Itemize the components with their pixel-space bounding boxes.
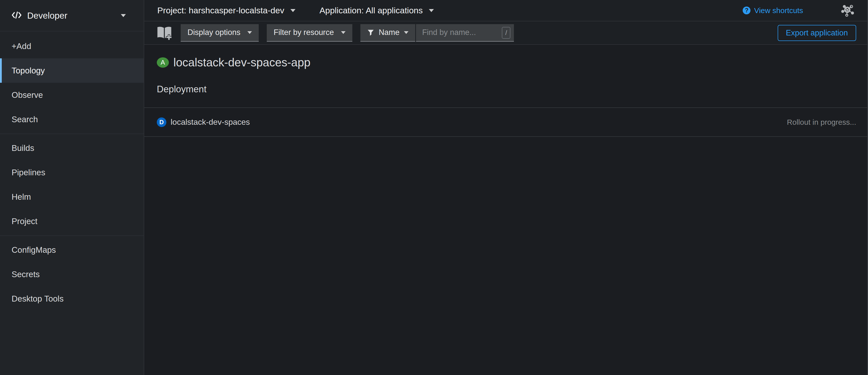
- topology-list-view: A localstack-dev-spaces-app Deployment D…: [144, 45, 867, 375]
- perspective-switcher[interactable]: Developer: [0, 0, 144, 31]
- name-filter-group: Name /: [361, 24, 514, 42]
- project-selector[interactable]: Project: harshcasper-localsta-dev: [157, 5, 296, 15]
- sidebar-item-observe[interactable]: Observe: [0, 83, 144, 107]
- sidebar: Developer +Add Topology Observe Search B…: [0, 0, 144, 375]
- deployment-badge: D: [157, 117, 166, 127]
- resource-status: Rollout in progress...: [787, 118, 856, 127]
- code-icon: [11, 11, 22, 20]
- sidebar-item-topology[interactable]: Topology: [0, 58, 144, 83]
- main-area: Project: harshcasper-localsta-dev Applic…: [144, 0, 867, 375]
- sidebar-item-label: Project: [11, 216, 37, 226]
- find-by-name-wrap: /: [416, 24, 514, 42]
- filter-icon: [367, 29, 374, 36]
- filter-by-resource-label: Filter by resource: [274, 28, 334, 37]
- sidebar-divider: [0, 134, 144, 134]
- perspective-label: Developer: [27, 10, 67, 21]
- caret-down-icon: [404, 31, 408, 34]
- app-window: Developer +Add Topology Observe Search B…: [0, 0, 868, 375]
- sidebar-item-label: Desktop Tools: [11, 294, 64, 304]
- view-shortcuts-label: View shortcuts: [754, 6, 803, 15]
- project-selector-label: Project: harshcasper-localsta-dev: [157, 5, 284, 15]
- slash-shortcut-key: /: [502, 27, 510, 39]
- topology-toolbar: Display options Filter by resource Name: [144, 22, 867, 45]
- export-application-button[interactable]: Export application: [778, 25, 856, 41]
- sidebar-item-helm[interactable]: Helm: [0, 184, 144, 209]
- sidebar-divider: [0, 235, 144, 236]
- masthead: Project: harshcasper-localsta-dev Applic…: [144, 0, 867, 22]
- sidebar-nav: +Add Topology Observe Search Builds Pipe…: [0, 31, 144, 311]
- application-selector-label: Application: All applications: [320, 5, 423, 15]
- question-circle-icon: ?: [743, 6, 750, 14]
- sidebar-item-label: ConfigMaps: [11, 245, 56, 255]
- sidebar-item-pipelines[interactable]: Pipelines: [0, 160, 144, 184]
- sidebar-item-desktop-tools[interactable]: Desktop Tools: [0, 286, 144, 311]
- resource-row-deployment[interactable]: D localstack-dev-spaces Rollout in progr…: [144, 107, 867, 137]
- caret-down-icon: [121, 14, 126, 17]
- display-options-dropdown[interactable]: Display options: [181, 24, 259, 42]
- caret-down-icon: [341, 31, 345, 34]
- application-badge: A: [157, 57, 169, 68]
- filter-by-resource-dropdown[interactable]: Filter by resource: [267, 24, 352, 42]
- application-title: localstack-dev-spaces-app: [174, 56, 311, 69]
- sidebar-item-label: +Add: [11, 41, 31, 51]
- topology-graph-icon[interactable]: [841, 4, 855, 17]
- sidebar-item-label: Helm: [11, 192, 31, 202]
- masthead-right: ? View shortcuts: [743, 4, 855, 17]
- application-selector[interactable]: Application: All applications: [320, 5, 434, 15]
- sidebar-item-label: Secrets: [11, 270, 40, 279]
- sidebar-item-add[interactable]: +Add: [0, 34, 144, 58]
- caret-down-icon: [247, 31, 252, 34]
- find-by-name-input[interactable]: [416, 24, 514, 42]
- sidebar-item-configmaps[interactable]: ConfigMaps: [0, 238, 144, 262]
- caret-down-icon: [290, 9, 296, 12]
- resource-name: localstack-dev-spaces: [170, 117, 250, 127]
- view-shortcuts-link[interactable]: ? View shortcuts: [743, 6, 803, 15]
- book-plus-icon[interactable]: [156, 25, 173, 40]
- display-options-label: Display options: [187, 28, 240, 37]
- sidebar-item-label: Observe: [11, 90, 43, 100]
- sidebar-item-search[interactable]: Search: [0, 107, 144, 132]
- sidebar-item-builds[interactable]: Builds: [0, 136, 144, 160]
- sidebar-item-label: Pipelines: [11, 168, 45, 177]
- sidebar-item-label: Builds: [11, 143, 34, 153]
- sidebar-item-label: Topology: [11, 66, 45, 75]
- sidebar-item-secrets[interactable]: Secrets: [0, 262, 144, 286]
- caret-down-icon: [429, 9, 434, 12]
- sidebar-item-project[interactable]: Project: [0, 209, 144, 233]
- name-filter-dropdown[interactable]: Name: [361, 24, 415, 42]
- application-group-header: A localstack-dev-spaces-app: [157, 56, 856, 68]
- sidebar-item-label: Search: [11, 115, 38, 124]
- name-filter-label: Name: [379, 28, 400, 37]
- resource-section-heading: Deployment: [157, 84, 867, 95]
